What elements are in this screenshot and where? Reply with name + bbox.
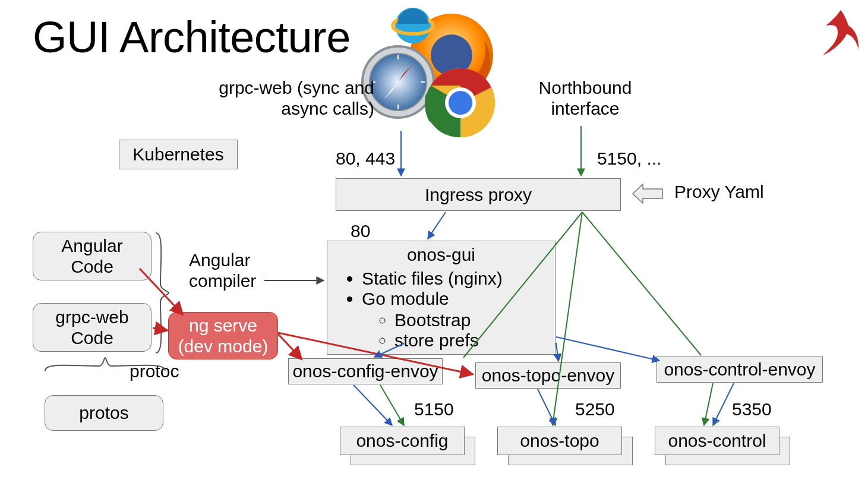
svg-marker-17 (633, 184, 662, 203)
gui-item-go: Go module Bootstrap store prefs (362, 289, 544, 351)
kubernetes-box: Kubernetes (119, 140, 238, 169)
port-80-443-label: 80, 443 (336, 149, 395, 169)
onos-config-box: onos-config (340, 427, 465, 455)
svg-line-35 (380, 385, 404, 425)
onos-topo-box: onos-topo (497, 427, 622, 455)
angular-compiler-label: Angular compiler (189, 250, 272, 292)
port-5150-label: 5150, ... (597, 149, 661, 169)
ng-serve-box: ng serve (dev mode) (168, 312, 278, 359)
onos-control-box: onos-control (655, 427, 779, 455)
port-5250-svc-label: 5250 (575, 399, 615, 419)
bird-logo-icon (820, 9, 861, 56)
svg-line-34 (713, 383, 734, 425)
port-5150-svc-label: 5150 (414, 399, 454, 419)
svg-line-27 (278, 334, 302, 359)
svg-line-31 (556, 337, 659, 361)
code-brace-icon (153, 231, 171, 358)
svg-line-30 (556, 343, 558, 361)
svg-point-16 (449, 91, 472, 115)
svg-line-22 (553, 212, 582, 425)
port-5350-svc-label: 5350 (732, 399, 772, 419)
protos-box: protos (45, 395, 163, 431)
angular-code-box: Angular Code (33, 232, 151, 280)
grpc-web-code-box: grpc-web Code (33, 303, 151, 352)
svg-line-32 (353, 385, 392, 425)
svg-line-36 (704, 383, 713, 425)
grpc-web-label: grpc-web (sync and async calls) (208, 77, 374, 119)
protos-brace-icon (43, 357, 168, 376)
port-80-label: 80 (351, 221, 370, 241)
onos-config-envoy-box: onos-config-envoy (288, 358, 443, 384)
svg-line-33 (538, 389, 555, 425)
northbound-label: Northbound interface (532, 77, 639, 119)
browser-icons (348, 5, 514, 141)
gui-sub-bootstrap: Bootstrap (394, 310, 544, 330)
page-title: GUI Architecture (33, 12, 351, 62)
onos-topo-envoy-box: onos-topo-envoy (475, 362, 621, 389)
onos-gui-box: onos-gui Static files (nginx) Go module … (327, 241, 555, 355)
onos-control-envoy-box: onos-control-envoy (656, 357, 823, 383)
svg-line-23 (582, 212, 701, 355)
gui-item-static: Static files (nginx) (362, 269, 544, 289)
svg-line-20 (428, 212, 446, 239)
proxy-yaml-label: Proxy Yaml (674, 182, 764, 202)
ingress-proxy-box: Ingress proxy (336, 178, 621, 211)
proxy-yaml-arrow-icon (630, 181, 665, 210)
onos-gui-title: onos-gui (338, 245, 544, 265)
gui-sub-prefs: store prefs (394, 330, 544, 351)
